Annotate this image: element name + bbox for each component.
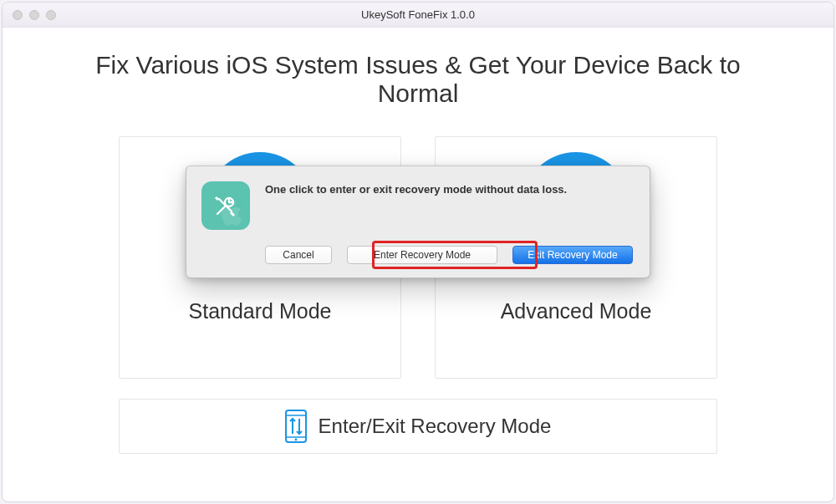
advanced-mode-label: Advanced Mode [436, 299, 716, 323]
standard-mode-label: Standard Mode [120, 299, 400, 323]
dialog-message: One click to enter or exit recovery mode… [265, 183, 635, 196]
dialog-button-row: Cancel Enter Recovery Mode Exit Recovery… [265, 246, 635, 264]
page-heading: Fix Various iOS System Issues & Get Your… [53, 51, 783, 108]
enter-exit-recovery-bar[interactable]: Enter/Exit Recovery Mode [119, 399, 717, 454]
close-window-button[interactable] [13, 10, 23, 20]
svg-point-5 [294, 439, 297, 441]
window-title: UkeySoft FoneFix 1.0.0 [3, 8, 833, 21]
app-window: UkeySoft FoneFix 1.0.0 Fix Various iOS S… [2, 2, 834, 502]
enter-recovery-mode-button[interactable]: Enter Recovery Mode [347, 246, 497, 264]
dialog-app-icon [201, 181, 250, 230]
dialog-body: One click to enter or exit recovery mode… [265, 181, 635, 266]
apple-watermark-icon [217, 199, 246, 227]
cancel-button[interactable]: Cancel [265, 246, 332, 264]
minimize-window-button[interactable] [29, 10, 39, 20]
recovery-bar-label: Enter/Exit Recovery Mode [319, 415, 552, 438]
window-controls [3, 10, 56, 20]
zoom-window-button[interactable] [46, 10, 56, 20]
phone-recovery-icon [285, 410, 307, 443]
window-titlebar: UkeySoft FoneFix 1.0.0 [3, 3, 833, 28]
recovery-mode-dialog: One click to enter or exit recovery mode… [186, 165, 650, 278]
exit-recovery-mode-button[interactable]: Exit Recovery Mode [512, 246, 633, 264]
